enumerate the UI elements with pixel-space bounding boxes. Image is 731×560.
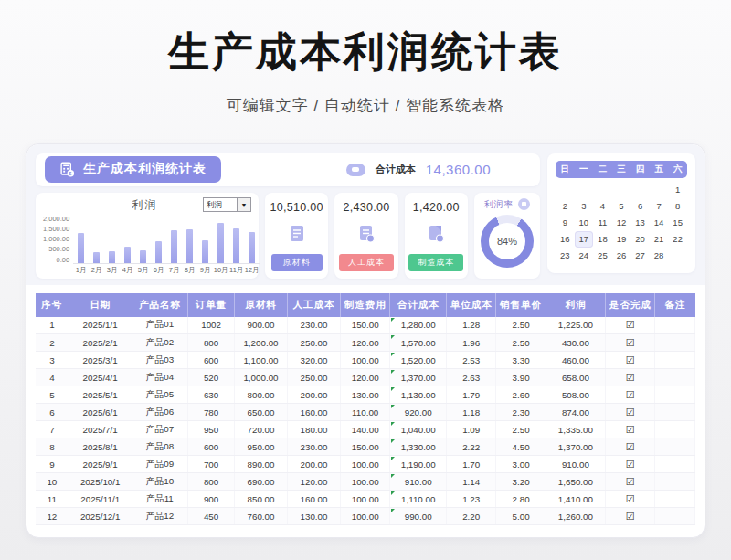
cell[interactable]: 2025/7/1 (69, 421, 132, 438)
cell[interactable]: 1,130.00 (390, 386, 447, 404)
cell[interactable]: 508.00 (546, 386, 605, 404)
cell[interactable]: 890.00 (234, 456, 287, 473)
cell[interactable]: 120.00 (288, 473, 341, 491)
note-cell[interactable] (655, 404, 695, 421)
note-cell[interactable] (655, 317, 695, 334)
cell[interactable]: 250.00 (288, 334, 341, 352)
cell[interactable]: 产品10 (132, 473, 188, 491)
cell[interactable]: 1,000.00 (234, 369, 287, 386)
cell[interactable]: 140.00 (341, 421, 390, 438)
cell[interactable]: 700 (188, 456, 235, 473)
cell[interactable]: 1,280.00 (390, 317, 447, 334)
cell[interactable]: 4 (36, 369, 69, 386)
cell[interactable]: 2025/6/1 (69, 404, 132, 421)
note-cell[interactable] (655, 508, 695, 525)
cell[interactable]: 产品12 (132, 508, 188, 525)
cell[interactable]: 920.00 (390, 404, 447, 421)
cell[interactable]: 180.00 (288, 421, 341, 438)
calendar-day-26[interactable]: 26 (612, 248, 631, 264)
cell[interactable]: 12 (36, 508, 69, 525)
cell[interactable]: 1,370.00 (390, 369, 447, 386)
cell[interactable]: 2025/1/1 (69, 317, 132, 334)
cell[interactable]: 1,520.00 (390, 352, 447, 369)
cell[interactable]: 1,110.00 (390, 491, 447, 508)
cell[interactable]: 800.00 (234, 386, 287, 404)
cell[interactable]: 7 (36, 421, 69, 438)
cell[interactable]: 600 (188, 352, 235, 369)
cell[interactable]: 2.50 (496, 334, 546, 352)
cell[interactable]: 630 (188, 386, 235, 404)
cell[interactable]: 6 (36, 404, 69, 421)
cell[interactable]: 2025/5/1 (69, 386, 132, 404)
calendar-day-1[interactable]: 1 (668, 182, 687, 198)
note-cell[interactable] (655, 352, 695, 369)
cell[interactable]: 1.14 (447, 473, 496, 491)
cell[interactable]: 1,225.00 (546, 317, 605, 334)
cell[interactable]: 800 (188, 334, 235, 352)
calendar-day-9[interactable]: 9 (556, 215, 575, 231)
cell[interactable]: 2025/12/1 (69, 508, 132, 525)
cell[interactable]: 320.00 (288, 352, 341, 369)
cell[interactable]: 1.96 (447, 334, 496, 352)
cell[interactable]: 100.00 (341, 352, 390, 369)
cell[interactable]: 2.22 (447, 438, 496, 456)
cell[interactable]: 3.20 (496, 473, 546, 491)
calendar-day-4[interactable]: 4 (593, 198, 612, 215)
completed-checkbox[interactable]: ☑ (626, 459, 635, 470)
calendar-day-6[interactable]: 6 (630, 198, 650, 215)
calendar-day-23[interactable]: 23 (556, 248, 575, 264)
cell[interactable]: 产品09 (132, 456, 188, 473)
calendar-day-10[interactable]: 10 (575, 215, 594, 231)
cell[interactable]: 3.30 (496, 352, 546, 369)
cell[interactable]: 2.80 (496, 491, 546, 508)
cell[interactable]: 160.00 (288, 404, 341, 421)
completed-checkbox[interactable]: ☑ (626, 511, 635, 522)
cell[interactable]: 100.00 (341, 473, 390, 491)
cell[interactable]: 600 (188, 438, 235, 456)
completed-checkbox[interactable]: ☑ (626, 389, 635, 400)
cell[interactable]: 2.63 (447, 369, 496, 386)
cell[interactable]: 1,200.00 (234, 334, 287, 352)
cell[interactable]: 650.00 (234, 404, 287, 421)
cell[interactable]: 5 (36, 386, 69, 404)
cell[interactable]: 100.00 (341, 456, 390, 473)
cell[interactable]: 产品04 (132, 369, 188, 386)
cell[interactable]: 产品03 (132, 352, 188, 369)
cell[interactable]: 120.00 (341, 334, 390, 352)
cell[interactable]: 450 (188, 508, 235, 525)
cell[interactable]: 2025/4/1 (69, 369, 132, 386)
cell[interactable]: 910.00 (390, 473, 447, 491)
completed-checkbox[interactable]: ☑ (626, 372, 635, 383)
calendar-day-13[interactable]: 13 (630, 215, 650, 231)
cell[interactable]: 460.00 (546, 352, 605, 369)
cell[interactable]: 130.00 (288, 508, 341, 525)
cell[interactable]: 720.00 (234, 421, 287, 438)
cell[interactable]: 9 (36, 456, 69, 473)
cell[interactable]: 2.60 (496, 386, 546, 404)
cell[interactable]: 2.20 (447, 508, 496, 525)
completed-checkbox[interactable]: ☑ (626, 407, 635, 417)
cell[interactable]: 4.50 (496, 438, 546, 456)
calendar-day-12[interactable]: 12 (612, 215, 631, 231)
completed-checkbox[interactable]: ☑ (626, 493, 635, 504)
cell[interactable]: 1.09 (447, 421, 496, 438)
completed-checkbox[interactable]: ☑ (626, 424, 635, 435)
cell[interactable]: 2 (36, 334, 69, 352)
cell[interactable]: 1,260.00 (546, 508, 605, 525)
cell[interactable]: 3.00 (496, 456, 546, 473)
cell[interactable]: 2.50 (496, 317, 546, 334)
cell[interactable]: 产品07 (132, 421, 188, 438)
calendar-day-18[interactable]: 18 (593, 231, 612, 248)
cell[interactable]: 850.00 (234, 491, 287, 508)
cell[interactable]: 2.30 (496, 404, 546, 421)
cell[interactable]: 900.00 (234, 317, 287, 334)
cell[interactable]: 10 (36, 473, 69, 491)
cell[interactable]: 1,410.00 (546, 491, 605, 508)
cell[interactable]: 230.00 (288, 317, 341, 334)
cell[interactable]: 520 (188, 369, 235, 386)
calendar-day-22[interactable]: 22 (668, 231, 687, 248)
calendar-day-14[interactable]: 14 (650, 215, 669, 231)
cell[interactable]: 产品05 (132, 386, 188, 404)
cell[interactable]: 910.00 (546, 456, 605, 473)
calendar-day-3[interactable]: 3 (575, 198, 594, 215)
